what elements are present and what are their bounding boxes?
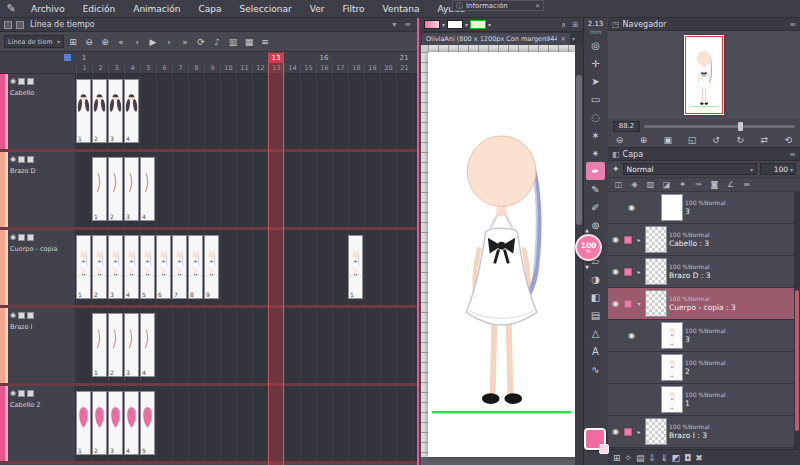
- lasso-tool-icon[interactable]: ◌: [586, 108, 605, 126]
- figure-tool-icon[interactable]: △: [586, 324, 605, 342]
- draft-layer-icon[interactable]: ✑: [691, 179, 706, 191]
- nav-zoom-out-button[interactable]: ⊖: [612, 134, 627, 146]
- ruler-frame-17[interactable]: 17: [332, 63, 348, 74]
- layer-visibility-icon[interactable]: ◉: [610, 235, 621, 244]
- timeline-cel[interactable]: 4: [140, 157, 155, 221]
- play-button[interactable]: ▶: [146, 35, 160, 49]
- layer-settings-icon[interactable]: ≡: [739, 179, 754, 191]
- layer-row[interactable]: ◉▸100 %NormalBrazo D : 3: [608, 256, 794, 288]
- ruler-frame-21[interactable]: 21: [396, 63, 412, 74]
- layer-panel-menu-icon[interactable]: ≡: [789, 150, 796, 159]
- timeline-cel[interactable]: 5: [140, 391, 155, 455]
- layer-thumbnail[interactable]: [661, 354, 683, 381]
- menu-item-seleccionar[interactable]: Seleccionar: [231, 4, 301, 14]
- navigator-zoom-slider[interactable]: [644, 125, 795, 128]
- pencil-tool-icon[interactable]: ✎: [586, 180, 605, 198]
- timeline-cel[interactable]: 1: [76, 235, 91, 299]
- timeline-cel[interactable]: 3: [124, 157, 139, 221]
- ruler-frame-16[interactable]: 16: [316, 63, 332, 74]
- layer-thumbnail[interactable]: [661, 386, 683, 413]
- new-vector-layer-button[interactable]: ✧: [625, 453, 633, 463]
- layer-visibility-icon[interactable]: ◉: [610, 299, 621, 308]
- layer-visibility-icon[interactable]: ◉: [626, 203, 637, 212]
- timeline-cel[interactable]: 4: [124, 235, 139, 299]
- operation-tool-icon[interactable]: ➤: [586, 72, 605, 90]
- track-visibility-icon[interactable]: ◉: [10, 233, 16, 241]
- loop-play-button[interactable]: ⟳: [194, 35, 208, 49]
- layer-panel-header[interactable]: ◧ Capa ≡: [608, 148, 800, 161]
- layer-thumbnail[interactable]: [645, 258, 667, 285]
- playback-start-marker[interactable]: [64, 54, 71, 61]
- delete-layer-button[interactable]: ✖: [695, 453, 703, 463]
- slider-thumb[interactable]: [738, 122, 743, 131]
- nav-flip-horizontal-button[interactable]: ⇄: [757, 134, 772, 146]
- layer-effect-icon[interactable]: ✦: [612, 164, 620, 174]
- ruler-frame-12[interactable]: 12: [252, 63, 268, 74]
- timeline-dropdown-icon[interactable]: ▾: [390, 20, 398, 29]
- zoom-in-button[interactable]: ⊕: [98, 35, 112, 49]
- timeline-cel[interactable]: 2: [92, 235, 107, 299]
- timeline-cel[interactable]: 1: [92, 313, 107, 377]
- new-raster-layer-button[interactable]: ⊞: [613, 453, 621, 463]
- marquee-tool-icon[interactable]: ▭: [586, 90, 605, 108]
- ruler-frame-13[interactable]: 13: [268, 63, 284, 74]
- sub-color-chip[interactable]: [447, 20, 463, 29]
- track-header[interactable]: ◉Cuerpo - copia: [8, 230, 76, 305]
- layer-visibility-icon[interactable]: ◉: [610, 267, 621, 276]
- layer-color-swatch[interactable]: [623, 300, 633, 308]
- nav-zoom-in-button[interactable]: ⊕: [636, 134, 651, 146]
- track-visibility-icon[interactable]: ◉: [10, 389, 16, 397]
- timeline-cel[interactable]: 9: [204, 235, 219, 299]
- ruler-icon[interactable]: ∠: [723, 179, 738, 191]
- app-logo-icon[interactable]: ✎: [0, 2, 22, 15]
- layer-color-swatch[interactable]: [623, 428, 633, 436]
- timeline-cel[interactable]: 2: [92, 79, 107, 143]
- nav-actual-size-button[interactable]: ▣: [660, 134, 675, 146]
- navigator-zoom-value[interactable]: 88.2: [613, 121, 640, 132]
- menu-item-animacin[interactable]: Animación: [124, 4, 189, 14]
- navigator-thumbnail[interactable]: [684, 35, 724, 115]
- timeline-cel[interactable]: 3: [108, 391, 123, 455]
- timeline-cel[interactable]: 2: [108, 313, 123, 377]
- ruler-frame-2[interactable]: 2: [92, 63, 108, 74]
- ruler-frame-14[interactable]: 14: [284, 63, 300, 74]
- tab-list-dropdown-icon[interactable]: ▾: [572, 35, 575, 42]
- timeline-cel[interactable]: 3: [108, 235, 123, 299]
- sub-color-swatch[interactable]: [599, 444, 609, 454]
- ruler-frame-18[interactable]: 18: [348, 63, 364, 74]
- color-set-icon[interactable]: ⊞: [570, 21, 580, 29]
- track-lane[interactable]: 1234: [76, 308, 417, 383]
- ruler-frame-3[interactable]: 3: [108, 63, 124, 74]
- layer-visibility-icon[interactable]: ◉: [610, 427, 621, 436]
- timeline-cel[interactable]: 1: [76, 391, 91, 455]
- timeline-cel[interactable]: 4: [124, 79, 139, 143]
- track-header[interactable]: ◉Cabello: [8, 74, 76, 149]
- ruler-frame-10[interactable]: 10: [220, 63, 236, 74]
- ruler-frame-6[interactable]: 6: [156, 63, 172, 74]
- ruler-frame-1[interactable]: 1: [76, 63, 92, 74]
- wand-tool-icon[interactable]: ✶: [586, 126, 605, 144]
- info-close-icon[interactable]: ✕: [535, 2, 540, 9]
- blend-mode-dropdown[interactable]: Normal ▾: [623, 163, 757, 175]
- eyedropper-tool-icon[interactable]: ✴: [586, 144, 605, 162]
- track-lane[interactable]: 1234: [76, 152, 417, 227]
- layer-row[interactable]: ◉100 %Normal3: [608, 192, 794, 224]
- merge-down-button[interactable]: ⇓: [660, 453, 668, 463]
- info-panel-titlebar[interactable]: ⓘ Información ✕: [452, 0, 544, 11]
- menu-item-ver[interactable]: Ver: [301, 4, 334, 14]
- zoom-out-button[interactable]: ⊖: [82, 35, 96, 49]
- layer-expand-arrow[interactable]: ▸: [635, 428, 643, 435]
- canvas-zoom-badge[interactable]: 100 %: [575, 234, 602, 261]
- timeline-cel[interactable]: 3: [108, 79, 123, 143]
- skip-to-end-button[interactable]: »: [178, 35, 192, 49]
- main-color-chip-arrow-icon[interactable]: ▾: [442, 21, 445, 28]
- ruler-frame-20[interactable]: 20: [380, 63, 396, 74]
- timeline-cel[interactable]: 4: [124, 391, 139, 455]
- layer-row[interactable]: ◉▸100 %NormalBrazo I : 3: [608, 416, 794, 448]
- track-lane[interactable]: 12345: [76, 386, 417, 461]
- timeline-cel[interactable]: 6: [156, 235, 171, 299]
- ruler-frame-9[interactable]: 9: [204, 63, 220, 74]
- menu-item-filtro[interactable]: Filtro: [333, 4, 373, 14]
- brush-tool-icon[interactable]: ✐: [586, 198, 605, 216]
- collapse-color-panel-icon[interactable]: ∧: [559, 21, 568, 29]
